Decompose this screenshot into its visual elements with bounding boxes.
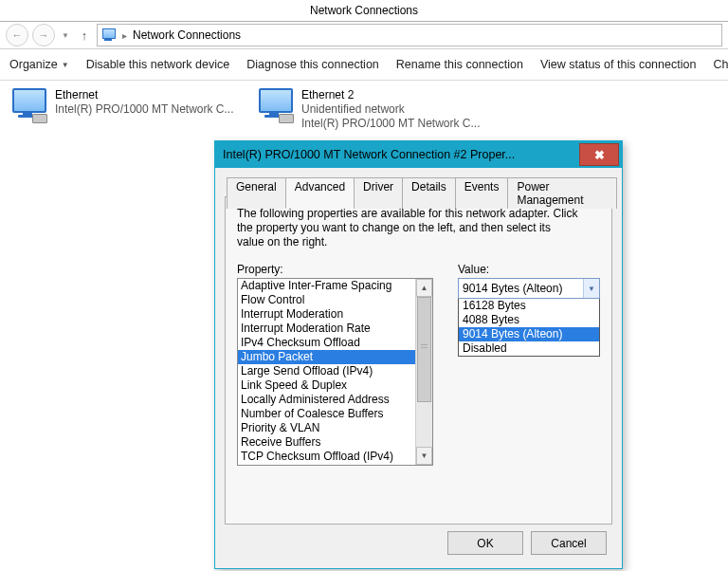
- tab-driver[interactable]: Driver: [354, 177, 403, 209]
- nav-row: ← → ▼ ↑ ▸ Network Connections: [0, 22, 728, 49]
- advanced-description: The following properties are available f…: [237, 207, 578, 249]
- property-list[interactable]: Adaptive Inter-Frame SpacingFlow Control…: [237, 278, 433, 466]
- address-location: Network Connections: [133, 28, 241, 42]
- tab-power-management[interactable]: Power Management: [507, 177, 617, 209]
- ok-button[interactable]: OK: [447, 531, 523, 555]
- dialog-title: Intel(R) PRO/1000 MT Network Connection …: [223, 148, 579, 161]
- combo-dropdown-icon[interactable]: ▼: [583, 279, 599, 298]
- organize-menu[interactable]: Organize ▼: [9, 58, 69, 71]
- close-icon: ✖: [594, 148, 605, 162]
- value-option[interactable]: 9014 Bytes (Alteon): [459, 327, 599, 341]
- property-item[interactable]: Link Speed & Duplex: [238, 378, 415, 393]
- window-title: Network Connections: [0, 0, 728, 22]
- scroll-down-icon[interactable]: ▼: [416, 447, 432, 465]
- property-item[interactable]: Adaptive Inter-Frame Spacing: [238, 279, 415, 293]
- value-selected: 9014 Bytes (Alteon): [459, 282, 583, 295]
- tab-panel-advanced: The following properties are available f…: [225, 196, 612, 525]
- tab-advanced[interactable]: Advanced: [285, 177, 355, 209]
- dropdown-icon: ▼: [62, 61, 69, 69]
- property-label: Property:: [237, 263, 431, 276]
- back-button[interactable]: ←: [6, 24, 28, 46]
- property-item[interactable]: Jumbo Packet: [238, 350, 415, 364]
- connection-name: Ethernet 2: [301, 88, 481, 102]
- tab-strip: General Advanced Driver Details Events P…: [227, 177, 616, 209]
- change-settings-button[interactable]: Change s: [713, 58, 728, 71]
- history-dropdown-icon[interactable]: ▼: [59, 31, 72, 40]
- organize-label: Organize: [9, 58, 58, 71]
- adapter-properties-dialog: Intel(R) PRO/1000 MT Network Connection …: [214, 140, 623, 569]
- value-combobox[interactable]: 9014 Bytes (Alteon) ▼: [458, 278, 600, 299]
- close-button[interactable]: ✖: [579, 143, 619, 166]
- connection-item[interactable]: Ethernet Intel(R) PRO/1000 MT Network C.…: [9, 88, 237, 131]
- scroll-thumb[interactable]: [417, 297, 431, 402]
- property-item[interactable]: IPv4 Checksum Offload: [238, 336, 415, 350]
- property-item[interactable]: Large Send Offload (IPv4): [238, 364, 415, 378]
- dialog-titlebar[interactable]: Intel(R) PRO/1000 MT Network Connection …: [215, 141, 622, 168]
- tab-general[interactable]: General: [227, 177, 286, 209]
- connection-status: Unidentified network: [301, 102, 481, 117]
- property-item[interactable]: Number of Coalesce Buffers: [238, 407, 415, 421]
- value-option[interactable]: 4088 Bytes: [459, 313, 599, 327]
- connection-device: Intel(R) PRO/1000 MT Network C...: [301, 117, 481, 131]
- scroll-track[interactable]: [416, 297, 432, 447]
- rename-button[interactable]: Rename this connection: [396, 58, 523, 71]
- value-label: Value:: [458, 263, 598, 276]
- tab-details[interactable]: Details: [402, 177, 456, 209]
- value-option[interactable]: 16128 Bytes: [459, 299, 599, 313]
- property-item[interactable]: Locally Administered Address: [238, 393, 415, 407]
- property-list-scrollbar[interactable]: ▲ ▼: [415, 279, 432, 465]
- property-item[interactable]: Receive Buffers: [238, 435, 415, 450]
- cancel-button[interactable]: Cancel: [531, 531, 607, 555]
- property-item[interactable]: TCP Checksum Offload (IPv4): [238, 450, 415, 464]
- property-item[interactable]: Interrupt Moderation Rate: [238, 322, 415, 336]
- network-connections-icon: [101, 28, 117, 42]
- property-item[interactable]: Flow Control: [238, 293, 415, 307]
- network-adapter-icon: [256, 88, 294, 122]
- diagnose-button[interactable]: Diagnose this connection: [246, 58, 379, 71]
- tab-events[interactable]: Events: [455, 177, 509, 209]
- address-bar[interactable]: ▸ Network Connections: [97, 24, 722, 46]
- value-option[interactable]: Disabled: [459, 341, 599, 356]
- property-item[interactable]: Priority & VLAN: [238, 421, 415, 435]
- scroll-up-icon[interactable]: ▲: [416, 279, 432, 297]
- breadcrumb-sep-icon: ▸: [122, 30, 127, 41]
- forward-button[interactable]: →: [32, 24, 55, 46]
- connection-device: Intel(R) PRO/1000 MT Network C...: [55, 102, 234, 117]
- network-adapter-icon: [9, 88, 47, 122]
- connection-name: Ethernet: [55, 88, 234, 102]
- view-status-button[interactable]: View status of this connection: [540, 58, 696, 71]
- connections-pane: Ethernet Intel(R) PRO/1000 MT Network C.…: [0, 81, 728, 138]
- property-item[interactable]: Interrupt Moderation: [238, 307, 415, 322]
- connection-item[interactable]: Ethernet 2 Unidentified network Intel(R)…: [256, 88, 483, 131]
- disable-device-button[interactable]: Disable this network device: [86, 58, 229, 71]
- up-button[interactable]: ↑: [76, 25, 93, 46]
- value-dropdown-list[interactable]: 16128 Bytes4088 Bytes9014 Bytes (Alteon)…: [458, 299, 600, 357]
- command-bar: Organize ▼ Disable this network device D…: [0, 49, 728, 81]
- property-item[interactable]: Transmit Buffers: [238, 464, 415, 465]
